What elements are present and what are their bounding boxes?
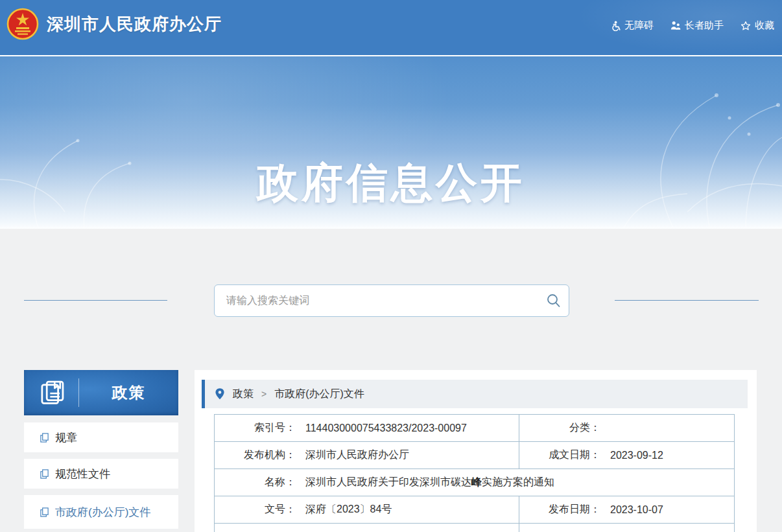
- table-row-partial: [214, 524, 735, 532]
- national-emblem-icon: [6, 8, 39, 40]
- star-icon: [741, 21, 751, 31]
- document-icon: [40, 469, 49, 479]
- search-icon: [546, 293, 562, 308]
- date-published-label: 发布日期：: [519, 503, 600, 516]
- elder-assist-label: 长者助手: [685, 19, 724, 32]
- breadcrumb: 政策 > 市政府(办公厅)文件: [202, 380, 748, 408]
- index-number-label: 索引号：: [215, 421, 296, 435]
- sidebar-item-municipal-documents-active[interactable]: 市政府(办公厅)文件: [24, 495, 178, 529]
- date-published-value: 2023-10-07: [600, 504, 663, 516]
- table-row: 文号： 深府〔2023〕84号 发布日期： 2023-10-07: [214, 496, 735, 524]
- document-icon: [40, 507, 49, 517]
- sidebar-item-label: 规章: [55, 430, 77, 445]
- decorative-line-left: [24, 300, 167, 301]
- favorite-link[interactable]: 收藏: [741, 19, 774, 32]
- doc-name-label: 名称：: [215, 476, 296, 489]
- site-title: 深圳市人民政府办公厅: [47, 13, 222, 36]
- content-section: 政策 规章 规范性文件 市: [0, 229, 782, 532]
- document-icon: [40, 433, 49, 443]
- search-button[interactable]: [539, 285, 569, 316]
- publisher-label: 发布机构：: [215, 448, 296, 462]
- sidebar-item-normative-documents[interactable]: 规范性文件: [24, 459, 178, 489]
- sidebar-title: 政策: [79, 382, 178, 403]
- search-highlight: 峰: [471, 476, 482, 487]
- breadcrumb-link-policy[interactable]: 政策: [233, 387, 254, 401]
- table-row: 索引号： 114403000075433823/2023-00097 分类：: [214, 414, 735, 442]
- table-row: 发布机构： 深圳市人民政府办公厅 成文日期： 2023-09-12: [214, 442, 735, 469]
- publisher-value: 深圳市人民政府办公厅: [296, 448, 409, 462]
- location-pin-icon: [215, 388, 224, 400]
- date-written-value: 2023-09-12: [600, 450, 663, 461]
- main-content-card: 政策 > 市政府(办公厅)文件 索引号： 114403000075433823/…: [195, 370, 757, 532]
- doc-name-value: 深圳市人民政府关于印发深圳市碳达峰实施方案的通知: [296, 476, 554, 489]
- sidebar-header: 政策: [24, 370, 178, 415]
- decorative-line-right: [615, 300, 759, 301]
- page: 深圳市人民政府办公厅 无障碍 长者助手: [0, 0, 782, 532]
- accessibility-link[interactable]: 无障碍: [610, 19, 654, 32]
- doc-number-label: 文号：: [215, 503, 296, 516]
- document-info-table: 索引号： 114403000075433823/2023-00097 分类： 发…: [214, 414, 735, 532]
- breadcrumb-accent-bar: [202, 380, 205, 408]
- search-input[interactable]: [215, 295, 539, 306]
- banner: 政府信息公开: [0, 55, 782, 229]
- search-box: [214, 284, 569, 317]
- doc-number-value: 深府〔2023〕84号: [296, 503, 392, 516]
- accessibility-icon: [610, 21, 621, 31]
- breadcrumb-current[interactable]: 市政府(办公厅)文件: [274, 387, 364, 401]
- sidebar-item-label: 规范性文件: [55, 467, 110, 481]
- favorite-label: 收藏: [755, 19, 774, 32]
- sidebar-item-label: 市政府(办公厅)文件: [55, 505, 150, 520]
- policy-book-icon: [38, 378, 67, 407]
- index-number-value: 114403000075433823/2023-00097: [296, 422, 467, 434]
- elder-assist-link[interactable]: 长者助手: [670, 19, 724, 32]
- sidebar: 政策 规章 规范性文件 市: [24, 370, 178, 529]
- table-row: 名称： 深圳市人民政府关于印发深圳市碳达峰实施方案的通知: [214, 469, 735, 496]
- topbar: 深圳市人民政府办公厅 无障碍 长者助手: [0, 0, 782, 55]
- sidebar-item-regulations[interactable]: 规章: [24, 422, 178, 452]
- accessibility-label: 无障碍: [624, 19, 654, 32]
- site-logo-link[interactable]: 深圳市人民政府办公厅: [6, 8, 222, 40]
- page-title: 政府信息公开: [0, 155, 782, 211]
- date-written-label: 成文日期：: [519, 448, 600, 462]
- breadcrumb-separator: >: [261, 389, 267, 399]
- elder-person-icon: [670, 21, 681, 31]
- topbar-links: 无障碍 长者助手 收藏: [610, 19, 774, 32]
- category-label: 分类：: [519, 421, 600, 435]
